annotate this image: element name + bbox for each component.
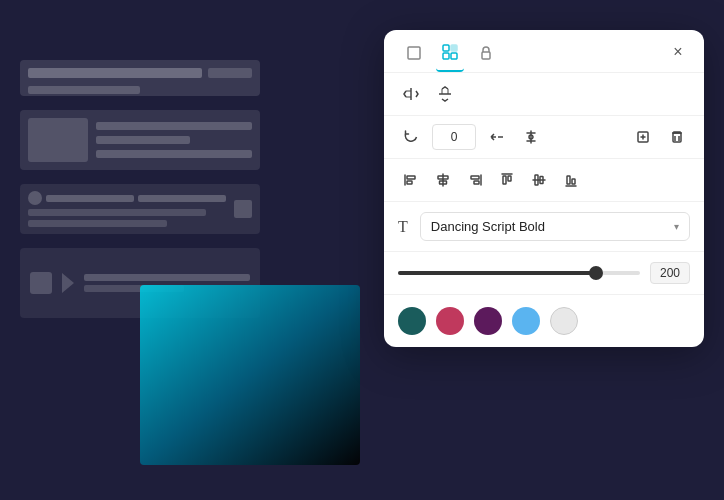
font-row: T Dancing Script Bold ▾ (384, 202, 704, 252)
flip-horizontal-button[interactable] (398, 81, 424, 107)
svg-rect-1 (443, 45, 449, 51)
align-center-h-button[interactable] (430, 167, 456, 193)
flip-h-icon[interactable] (484, 124, 510, 150)
svg-rect-14 (474, 181, 479, 184)
svg-rect-20 (572, 179, 575, 184)
svg-rect-0 (408, 47, 420, 59)
color-swatch-light[interactable] (550, 307, 578, 335)
align-middle-v-button[interactable] (526, 167, 552, 193)
tab-component[interactable] (436, 44, 464, 72)
align-right-button[interactable] (462, 167, 488, 193)
canvas-content (20, 60, 320, 318)
svg-rect-15 (503, 176, 506, 184)
font-name-label: Dancing Script Bold (431, 219, 545, 234)
properties-panel: × 0 (384, 30, 704, 347)
align-left-button[interactable] (398, 167, 424, 193)
canvas-text-block-1 (20, 60, 260, 96)
chevron-down-icon: ▾ (674, 221, 679, 232)
rotation-input[interactable]: 0 (432, 124, 476, 150)
color-gradient-preview (140, 285, 360, 465)
svg-rect-5 (482, 52, 490, 59)
size-slider-fill (398, 271, 596, 275)
tab-lock[interactable] (472, 44, 500, 72)
svg-rect-4 (451, 53, 457, 59)
size-slider-thumb[interactable] (589, 266, 603, 280)
font-dropdown[interactable]: Dancing Script Bold ▾ (420, 212, 690, 241)
add-layer-button[interactable] (630, 124, 656, 150)
svg-rect-9 (407, 176, 415, 179)
svg-rect-8 (673, 133, 681, 142)
delete-layer-button[interactable] (664, 124, 690, 150)
flip-vertical-button[interactable] (432, 81, 458, 107)
align-bottom-button[interactable] (558, 167, 584, 193)
close-button[interactable]: × (666, 40, 690, 64)
svg-rect-13 (471, 176, 479, 179)
canvas-text-block-3 (20, 184, 260, 234)
rotate-button[interactable] (398, 124, 424, 150)
svg-rect-10 (407, 181, 412, 184)
canvas-text-block-2 (20, 110, 260, 170)
rotation-row: 0 (384, 116, 704, 159)
size-slider-track[interactable] (398, 271, 640, 275)
flip-row (384, 73, 704, 116)
svg-rect-19 (567, 176, 570, 184)
svg-rect-16 (508, 176, 511, 181)
color-swatches-row (384, 295, 704, 347)
align-top-button[interactable] (494, 167, 520, 193)
size-value-display: 200 (650, 262, 690, 284)
center-icon[interactable] (518, 124, 544, 150)
size-slider-row: 200 (384, 252, 704, 295)
tab-frame[interactable] (400, 44, 428, 72)
svg-rect-2 (451, 45, 457, 51)
color-swatch-teal[interactable] (398, 307, 426, 335)
color-swatch-sky[interactable] (512, 307, 540, 335)
alignment-row (384, 159, 704, 202)
font-type-icon: T (398, 218, 408, 236)
color-swatch-crimson[interactable] (436, 307, 464, 335)
svg-rect-3 (443, 53, 449, 59)
panel-tabs: × (384, 30, 704, 73)
color-swatch-purple[interactable] (474, 307, 502, 335)
